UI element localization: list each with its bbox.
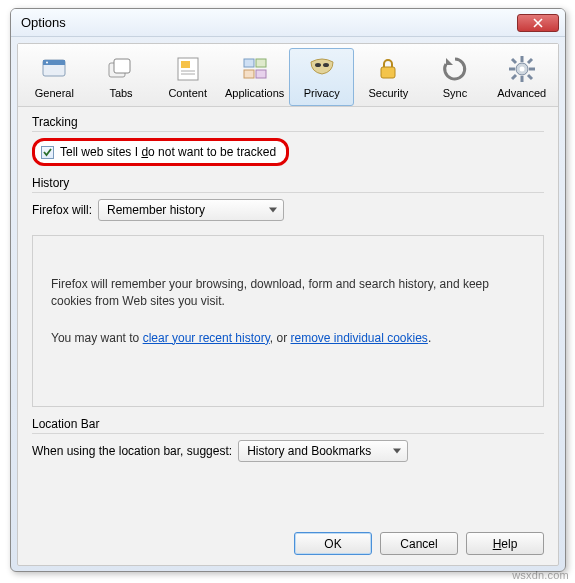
tab-general[interactable]: General [22,48,87,106]
svg-rect-9 [244,59,254,67]
dnt-label: Tell web sites I do not want to be track… [60,145,276,159]
dnt-highlight: Tell web sites I do not want to be track… [32,138,289,166]
remove-cookies-link[interactable]: remove individual cookies [290,331,427,345]
tab-label: Tabs [109,87,132,99]
svg-point-25 [519,67,524,72]
tab-tabs[interactable]: Tabs [89,48,154,106]
dialog-button-bar: OK Cancel Help [294,532,544,555]
history-description: Firefox will remember your browsing, dow… [51,276,525,310]
tab-label: Content [168,87,207,99]
svg-line-22 [528,75,532,79]
svg-rect-6 [181,61,190,68]
svg-rect-12 [256,70,266,78]
history-mode-select[interactable]: Remember history [98,199,284,221]
history-mode-label: Firefox will: [32,203,92,217]
cancel-button[interactable]: Cancel [380,532,458,555]
advanced-gear-icon [506,53,538,85]
security-lock-icon [372,53,404,85]
options-window: Options General Tabs Cont [10,8,566,572]
locationbar-suggest-value: History and Bookmarks [247,444,371,458]
svg-line-24 [512,75,516,79]
locationbar-suggest-select[interactable]: History and Bookmarks [238,440,408,462]
tab-label: Advanced [497,87,546,99]
window-title: Options [21,15,517,30]
help-button[interactable]: Help [466,532,544,555]
ok-button[interactable]: OK [294,532,372,555]
history-info-box: Firefox will remember your browsing, dow… [32,235,544,407]
content-pane: General Tabs Content Applications [17,43,559,566]
history-hint: You may want to clear your recent histor… [51,330,525,347]
svg-rect-10 [256,59,266,67]
history-legend: History [32,176,544,190]
svg-point-14 [323,63,329,67]
category-toolbar: General Tabs Content Applications [18,44,558,107]
tab-advanced[interactable]: Advanced [489,48,554,106]
tab-label: Privacy [304,87,340,99]
locationbar-suggest-label: When using the location bar, suggest: [32,444,232,458]
tab-content[interactable]: Content [155,48,220,106]
history-mode-value: Remember history [107,203,205,217]
applications-icon [239,53,271,85]
dnt-checkbox[interactable] [41,146,54,159]
titlebar: Options [11,9,565,37]
sync-icon [439,53,471,85]
general-icon [38,53,70,85]
svg-rect-11 [244,70,254,78]
tab-sync[interactable]: Sync [423,48,488,106]
tab-label: Sync [443,87,467,99]
tracking-legend: Tracking [32,115,544,129]
tab-applications[interactable]: Applications [222,48,287,106]
tab-label: Applications [225,87,284,99]
window-close-button[interactable] [517,14,559,32]
svg-rect-15 [381,67,395,78]
svg-rect-4 [114,59,130,73]
tab-label: Security [368,87,408,99]
privacy-mask-icon [306,53,338,85]
tabs-icon [105,53,137,85]
svg-line-23 [528,59,532,63]
svg-line-21 [512,59,516,63]
tab-privacy[interactable]: Privacy [289,48,354,106]
svg-point-13 [315,63,321,67]
tab-security[interactable]: Security [356,48,421,106]
svg-point-2 [46,62,48,64]
clear-history-link[interactable]: clear your recent history [143,331,270,345]
content-icon [172,53,204,85]
tab-label: General [35,87,74,99]
privacy-panel: Tracking Tell web sites I do not want to… [18,107,558,472]
locationbar-legend: Location Bar [32,417,544,431]
